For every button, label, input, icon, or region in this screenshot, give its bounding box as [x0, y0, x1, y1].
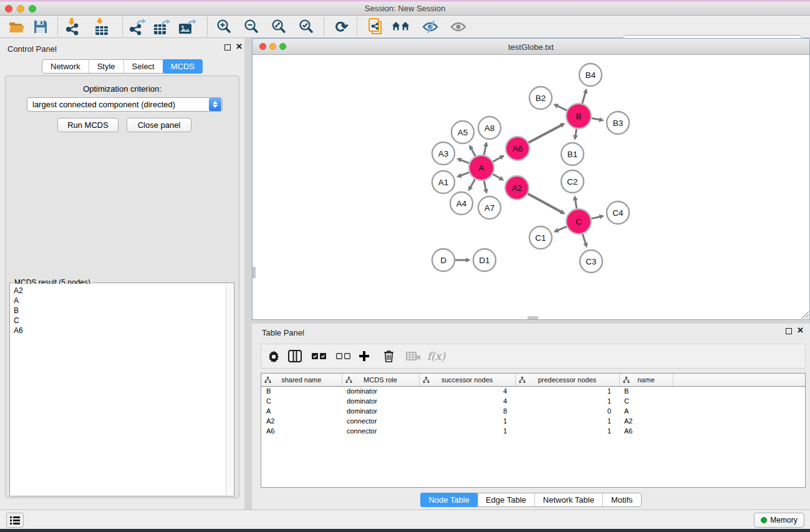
mcds-result-item[interactable]: A2 — [14, 286, 226, 296]
table-cell[interactable]: A2 — [261, 416, 342, 426]
graph-edge-C-C1[interactable] — [555, 226, 568, 231]
graph-node-D[interactable]: D — [432, 249, 455, 271]
table-cell[interactable]: A6 — [261, 426, 342, 436]
apply-layout-icon[interactable]: ⟳ — [332, 18, 351, 36]
tab-motifs[interactable]: Motifs — [603, 493, 641, 506]
table-cell[interactable]: A — [619, 406, 673, 416]
column-header[interactable]: shared name — [261, 374, 342, 386]
column-header[interactable]: successor nodes — [419, 374, 515, 386]
mcds-result-item[interactable]: A — [14, 296, 226, 306]
close-panel-button[interactable]: Close panel — [127, 118, 191, 132]
delete-table-icon[interactable] — [406, 348, 421, 364]
table-row[interactable]: A2connector11A2 — [261, 416, 806, 426]
table-cell[interactable]: dominator — [342, 406, 419, 416]
table-settings-gear-icon[interactable] — [268, 348, 280, 364]
graph-node-B3[interactable]: B3 — [607, 112, 629, 134]
graph-edge-A-A4[interactable] — [469, 178, 476, 190]
graph-edge-A2-C[interactable] — [526, 193, 564, 213]
table-cell[interactable]: A2 — [619, 416, 673, 426]
table-cell[interactable]: 1 — [515, 396, 619, 406]
graph-node-A2[interactable]: A2 — [505, 176, 529, 200]
column-header[interactable]: name — [619, 374, 673, 386]
table-cell[interactable]: B — [619, 386, 673, 396]
table-cell[interactable]: dominator — [342, 386, 419, 396]
graph-node-C[interactable]: C — [566, 209, 591, 234]
graph-node-A7[interactable]: A7 — [478, 196, 501, 219]
export-network-icon[interactable] — [128, 18, 147, 36]
table-row[interactable]: Adominator80A — [261, 406, 806, 416]
table-cell[interactable]: 4 — [419, 396, 515, 406]
graph-edge-C-C3[interactable] — [582, 232, 586, 246]
delete-column-trash-icon[interactable] — [383, 348, 394, 364]
table-cell[interactable]: 1 — [515, 416, 619, 426]
table-cell[interactable]: A — [261, 406, 342, 416]
node-table[interactable]: shared nameMCDS rolesuccessor nodesprede… — [261, 373, 806, 488]
export-table-icon[interactable] — [153, 18, 171, 36]
graph-node-C1[interactable]: C1 — [529, 226, 552, 249]
table-row[interactable]: Bdominator41B — [261, 386, 806, 396]
table-row[interactable]: Cdominator41C — [261, 396, 806, 406]
table-cell[interactable]: connector — [342, 416, 419, 426]
graph-node-A6[interactable]: A6 — [506, 137, 529, 160]
create-column-plus-icon[interactable] — [359, 348, 370, 364]
table-cell[interactable]: B — [261, 386, 342, 396]
graph-node-A5[interactable]: A5 — [451, 121, 474, 143]
import-table-icon[interactable] — [92, 18, 111, 36]
zoom-in-icon[interactable] — [215, 18, 234, 36]
graph-node-A[interactable]: A — [469, 155, 494, 180]
column-header[interactable]: predecessor nodes — [515, 374, 619, 386]
import-network-icon[interactable] — [64, 18, 83, 36]
mcds-result-item[interactable]: C — [14, 316, 226, 326]
fit-content-icon[interactable] — [270, 18, 289, 36]
column-visibility-icon[interactable] — [288, 348, 302, 364]
graph-node-D1[interactable]: D1 — [473, 249, 496, 271]
graph-edge-A-A5[interactable] — [470, 146, 476, 158]
mcds-result-list[interactable]: A2ABCA6 — [11, 284, 226, 495]
graph-edge-A-A6[interactable] — [491, 156, 503, 162]
graph-edge-A-A1[interactable] — [458, 172, 471, 177]
graph-node-A8[interactable]: A8 — [478, 117, 501, 139]
column-header[interactable]: MCDS role — [342, 374, 419, 386]
function-builder-icon[interactable]: f(x) — [427, 348, 445, 364]
graph-edge-C-C4[interactable] — [590, 216, 603, 219]
float-table-panel-icon[interactable] — [786, 328, 792, 336]
table-cell[interactable]: dominator — [342, 396, 419, 406]
tab-network[interactable]: Network — [42, 60, 89, 73]
tab-network-table[interactable]: Network Table — [535, 493, 603, 506]
table-cell[interactable]: 8 — [419, 406, 515, 416]
graph-node-A1[interactable]: A1 — [432, 171, 455, 193]
graph-edge-A6-B[interactable] — [527, 124, 564, 143]
network-vertical-scrollbar[interactable] — [253, 267, 256, 278]
criterion-dropdown[interactable]: largest connected component (directed) — [27, 97, 223, 112]
graph-node-C4[interactable]: C4 — [607, 201, 629, 224]
table-cell[interactable]: 1 — [515, 386, 619, 396]
save-session-icon[interactable] — [31, 18, 50, 36]
tab-style[interactable]: Style — [89, 60, 124, 73]
run-mcds-button[interactable]: Run MCDS — [57, 118, 118, 132]
graph-node-C3[interactable]: C3 — [580, 250, 602, 273]
table-cell[interactable]: 1 — [419, 426, 515, 436]
open-session-icon[interactable] — [7, 18, 26, 36]
network-horizontal-scrollbar[interactable] — [528, 316, 538, 319]
network-resize-grip[interactable] — [801, 311, 809, 319]
mcds-result-item[interactable]: A6 — [14, 326, 226, 336]
close-table-panel-icon[interactable]: ✕ — [797, 327, 804, 334]
zoom-selected-icon[interactable] — [297, 18, 316, 36]
memory-button[interactable]: Memory — [754, 513, 804, 528]
select-all-icon[interactable] — [312, 348, 327, 364]
graph-node-B4[interactable]: B4 — [579, 64, 602, 86]
table-cell[interactable]: 1 — [419, 416, 515, 426]
graph-node-A3[interactable]: A3 — [432, 142, 455, 165]
graph-edge-A-A8[interactable] — [484, 143, 486, 157]
graph-edge-A-A7[interactable] — [484, 179, 486, 193]
close-panel-icon[interactable]: ✕ — [236, 43, 243, 51]
float-panel-icon[interactable] — [224, 44, 231, 52]
graph-node-A4[interactable]: A4 — [450, 192, 473, 215]
tab-select[interactable]: Select — [124, 60, 163, 73]
graph-node-B1[interactable]: B1 — [561, 143, 584, 165]
deselect-all-icon[interactable] — [336, 348, 351, 364]
graph-edge-A-A2[interactable] — [491, 173, 503, 180]
network-canvas[interactable]: AA1A2A3A4A5A6A7A8BB1B2B3B4CC1C2C3C4DD1 — [253, 55, 809, 319]
graph-edge-B-B2[interactable] — [555, 105, 569, 112]
task-history-button[interactable] — [6, 513, 24, 528]
